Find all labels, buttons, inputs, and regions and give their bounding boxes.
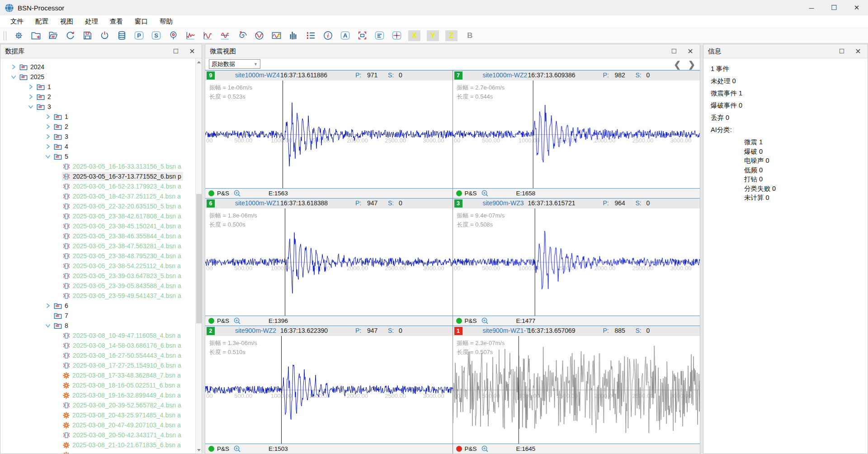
tree-expand-icon[interactable]	[10, 74, 17, 80]
rotate-waveform-icon[interactable]	[254, 30, 265, 42]
waveform-close-icon[interactable]: ✕	[683, 44, 698, 58]
new-folder-icon[interactable]	[30, 30, 42, 42]
tree-file-item[interactable]: 2025-03-05_16-37-13.771552_6.bsn p	[0, 171, 195, 181]
tree-file-item[interactable]: 2025-03-05_16-16-33.313156_5.bsn a	[0, 161, 195, 171]
tree-folder-2025[interactable]: 2025	[0, 72, 195, 82]
event-list-icon[interactable]	[305, 30, 316, 42]
waveform-plot-area[interactable]: 振幅 = 1e-06m/s 长度 = 0.523s	[205, 80, 453, 188]
axis-button-y[interactable]: Y	[427, 30, 439, 41]
tree-folder-1[interactable]: 1	[0, 82, 195, 92]
tree-expand-icon[interactable]	[10, 64, 17, 70]
tree-file-item[interactable]: 2025-03-05_23-38-46.355844_4.bsn a	[0, 231, 195, 241]
window-maximize-button[interactable]: ☐	[823, 0, 845, 15]
p-phase-icon[interactable]: P	[133, 30, 145, 42]
menu-item-3[interactable]: 处理	[79, 15, 104, 28]
tree-file-item[interactable]: 2025-03-08_14-58-03.686176_6.bsn a	[0, 340, 195, 350]
axis-button-z[interactable]: Z	[445, 30, 458, 41]
select-region-icon[interactable]	[357, 30, 368, 42]
next-event-button[interactable]: ❯	[688, 60, 695, 69]
menu-item-6[interactable]: 帮助	[154, 15, 179, 28]
scrollbar-up-arrow[interactable]	[196, 58, 202, 66]
tree-expand-icon[interactable]	[28, 94, 34, 100]
menu-item-4[interactable]: 查看	[104, 15, 129, 28]
tree-folder-2024[interactable]: 2024	[0, 62, 195, 72]
replay-icon[interactable]	[236, 30, 248, 42]
database-maximize-icon[interactable]: ☐	[168, 44, 184, 58]
tree-folder-3[interactable]: 3	[0, 132, 195, 142]
tree-file-item[interactable]: 2025-03-05_23-59-49.541437_4.bsn a	[0, 291, 195, 301]
waveform-smooth-icon[interactable]	[219, 30, 231, 42]
tree-expand-icon[interactable]	[28, 104, 34, 110]
tree-file-item[interactable]: 2025-03-08_16-27-50.554443_4.bsn a	[0, 350, 195, 360]
tree-expand-icon[interactable]	[45, 114, 51, 120]
tree-file-item[interactable]: 2025-03-05_23-38-45.150241_4.bsn a	[0, 221, 195, 231]
tree-file-item[interactable]: 2025-03-08_10-49-47.116058_4.bsn a	[0, 331, 195, 340]
zoom-magnifier-icon[interactable]	[481, 445, 489, 454]
tree-expand-icon[interactable]	[45, 123, 51, 130]
waveform-multi-icon[interactable]	[202, 30, 213, 42]
tree-scrollbar[interactable]	[195, 58, 202, 454]
tree-file-item[interactable]: 2025-03-05_16-52-23.179923_4.bsn a	[0, 181, 195, 191]
tree-folder-5[interactable]: 5	[0, 151, 195, 161]
menu-item-5[interactable]: 窗口	[129, 15, 154, 28]
power-icon[interactable]	[99, 30, 110, 42]
tree-file-item[interactable]: 2025-03-08_20-43-25.971485_4.bsn a	[0, 410, 195, 420]
s-phase-icon[interactable]: S	[151, 30, 162, 42]
tree-file-item[interactable]: 2025-03-05_23-38-54.225112_4.bsn a	[0, 261, 195, 271]
toolbar-grip[interactable]	[4, 31, 6, 40]
waveform-maximize-icon[interactable]: ☐	[666, 44, 682, 58]
tree-folder-1[interactable]: 1	[0, 112, 195, 122]
clip-waveform-icon[interactable]	[271, 30, 282, 42]
axis-button-b[interactable]: B	[464, 30, 476, 41]
menu-item-0[interactable]: 文件	[5, 15, 29, 28]
tree-file-item[interactable]: 2025-03-08_18-16-05.022511_6.bsn a	[0, 380, 195, 390]
tree-file-item[interactable]: 2025-03-08_20-47-49.207103_4.bsn a	[0, 420, 195, 430]
window-minimize-button[interactable]: ─	[800, 0, 823, 15]
menu-item-2[interactable]: 视图	[54, 15, 79, 28]
site-name-label[interactable]: site1000m-WZ1	[235, 199, 280, 207]
ps-toggle-button[interactable]: P&S	[217, 317, 229, 324]
tree-expand-icon[interactable]	[28, 84, 34, 90]
info-icon[interactable]: i	[322, 30, 334, 42]
tree-folder-2[interactable]: 2	[0, 122, 195, 132]
tree-file-item[interactable]: 2025-03-08_17-27-25.154910_6.bsn a	[0, 360, 195, 370]
save-icon[interactable]	[82, 30, 93, 42]
ps-toggle-button[interactable]: P&S	[465, 190, 477, 197]
tree-file-item[interactable]: 2025-03-05_23-38-48.795230_4.bsn a	[0, 251, 195, 261]
data-mode-dropdown[interactable]: 原始数据 ▼	[209, 59, 260, 69]
tree-file-item[interactable]	[0, 450, 195, 454]
waveform-plot-area[interactable]: 振幅 = 1.3e-06m/s 长度 = 0.510s	[205, 336, 453, 444]
waveform-pick-icon[interactable]	[185, 30, 196, 42]
tree-folder-2[interactable]: 2	[0, 92, 195, 102]
ps-toggle-button[interactable]: P&S	[217, 445, 229, 452]
zoom-magnifier-icon[interactable]	[233, 445, 241, 454]
tree-expand-icon[interactable]	[45, 153, 51, 160]
locate-icon[interactable]	[168, 30, 179, 42]
ps-toggle-button[interactable]: P&S	[465, 445, 477, 452]
tree-folder-6[interactable]: 6	[0, 301, 195, 311]
crosshair-icon[interactable]	[391, 30, 402, 42]
zoom-magnifier-icon[interactable]	[481, 317, 489, 326]
report-icon[interactable]	[374, 30, 385, 42]
histogram-icon[interactable]	[288, 30, 299, 42]
tree-file-item[interactable]: 2025-03-05_23-39-03.647823_5.bsn a	[0, 271, 195, 281]
waveform-plot-area[interactable]: 振幅 = 1.8e-06m/s 长度 = 0.500s	[205, 208, 453, 316]
settings-icon[interactable]	[13, 30, 24, 42]
zoom-magnifier-icon[interactable]	[481, 189, 489, 198]
database-icon[interactable]	[116, 30, 127, 42]
waveform-plot-area[interactable]: 振幅 = 2.3e-07m/s 长度 = 0.507s	[453, 336, 700, 444]
tree-folder-7[interactable]: 7	[0, 311, 195, 321]
waveform-plot-area[interactable]: 振幅 = 9.4e-07m/s 长度 = 0.508s	[453, 208, 700, 316]
text-label-icon[interactable]: A	[340, 30, 351, 42]
site-name-label[interactable]: site900m-WZ3	[483, 199, 524, 207]
ps-toggle-button[interactable]: P&S	[217, 190, 229, 197]
prev-event-button[interactable]: ❮	[674, 60, 681, 69]
tree-file-item[interactable]: 2025-03-08_20-39-52.565782_4.bsn a	[0, 400, 195, 410]
tree-file-item[interactable]: 2025-03-05_18-42-37.251125_4.bsn a	[0, 191, 195, 201]
database-close-icon[interactable]: ✕	[184, 44, 200, 58]
zoom-magnifier-icon[interactable]	[233, 317, 241, 326]
menu-item-1[interactable]: 配置	[29, 15, 54, 28]
axis-button-x[interactable]: X	[408, 30, 420, 41]
ps-toggle-button[interactable]: P&S	[465, 317, 477, 324]
scrollbar-thumb[interactable]	[196, 194, 202, 323]
